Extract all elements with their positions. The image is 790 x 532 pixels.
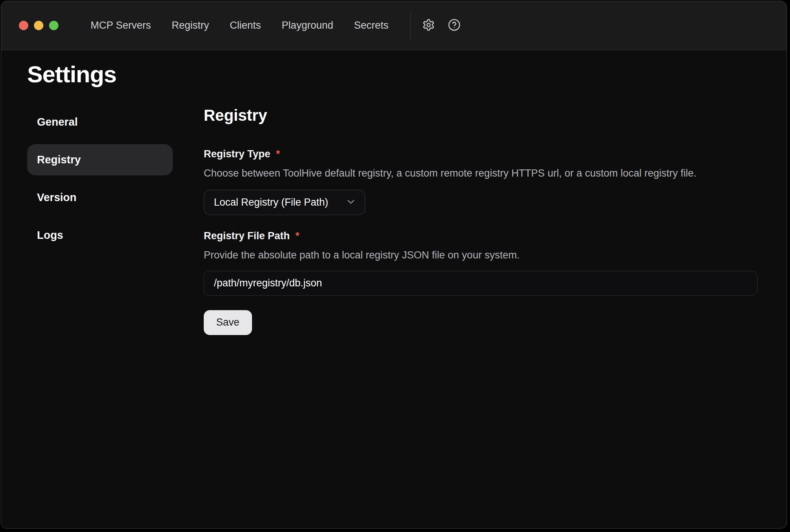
settings-button[interactable] <box>421 18 436 33</box>
section-title: Registry <box>204 106 758 125</box>
nav-item-clients[interactable]: Clients <box>230 20 261 31</box>
minimize-button[interactable] <box>34 21 43 30</box>
required-asterisk: * <box>295 230 300 242</box>
window-controls <box>19 21 58 30</box>
nav-item-playground[interactable]: Playground <box>282 20 334 31</box>
sidebar-item-general[interactable]: General <box>27 106 173 138</box>
page-title: Settings <box>27 61 787 88</box>
sidebar-item-version[interactable]: Version <box>27 182 173 213</box>
registry-settings-panel: Registry Registry Type * Choose between … <box>204 106 758 335</box>
registry-file-path-description: Provide the absolute path to a local reg… <box>204 249 758 261</box>
header-icon-group <box>421 18 461 33</box>
close-button[interactable] <box>19 21 28 30</box>
registry-type-label: Registry Type <box>204 148 271 160</box>
gear-icon <box>422 18 435 32</box>
registry-type-selected-value: Local Registry (File Path) <box>214 197 328 208</box>
registry-type-select[interactable]: Local Registry (File Path) <box>204 190 365 215</box>
top-nav: MCP Servers Registry Clients Playground … <box>91 20 389 31</box>
sidebar-item-registry[interactable]: Registry <box>27 144 173 175</box>
settings-sidebar: General Registry Version Logs <box>27 106 173 335</box>
registry-file-path-label-row: Registry File Path * <box>204 230 758 242</box>
app-window: MCP Servers Registry Clients Playground … <box>1 1 787 529</box>
settings-layout: General Registry Version Logs Registry R… <box>1 106 787 335</box>
zoom-button[interactable] <box>49 21 58 30</box>
registry-type-description: Choose between ToolHive default registry… <box>204 168 758 179</box>
registry-type-label-row: Registry Type * <box>204 148 758 160</box>
chevron-down-icon <box>345 196 357 209</box>
registry-file-path-label: Registry File Path <box>204 230 290 242</box>
save-button[interactable]: Save <box>204 310 252 335</box>
nav-item-registry[interactable]: Registry <box>172 20 209 31</box>
registry-file-path-input[interactable] <box>204 271 758 296</box>
help-button[interactable] <box>447 18 461 33</box>
nav-item-mcp-servers[interactable]: MCP Servers <box>91 20 151 31</box>
sidebar-item-logs[interactable]: Logs <box>27 220 173 251</box>
title-bar: MCP Servers Registry Clients Playground … <box>1 1 787 50</box>
help-icon <box>448 18 461 32</box>
nav-item-secrets[interactable]: Secrets <box>354 20 389 31</box>
required-asterisk: * <box>276 148 280 160</box>
header-divider <box>410 11 411 41</box>
